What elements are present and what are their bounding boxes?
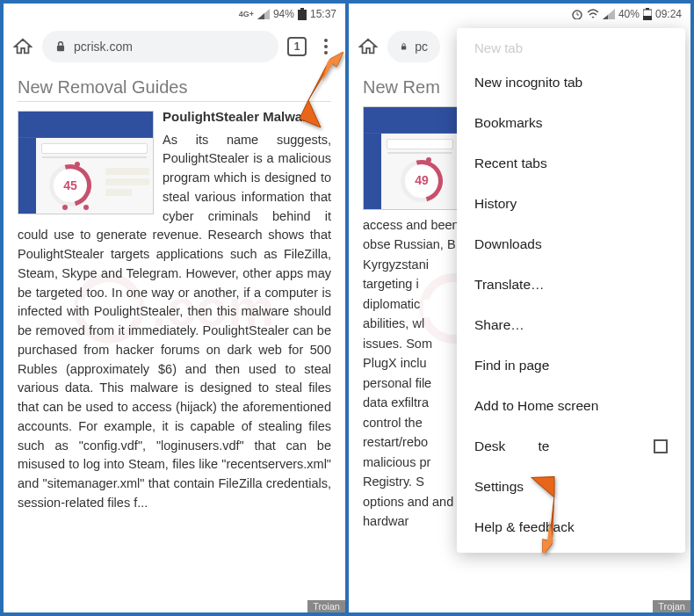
menu-item-add-to-home[interactable]: Add to Home screen: [457, 386, 685, 426]
lock-icon: [54, 40, 67, 53]
svg-rect-6: [646, 8, 649, 10]
overflow-menu: New tab New incognito tab Bookmarks Rece…: [457, 28, 685, 553]
address-bar[interactable]: pc: [387, 31, 440, 62]
desktop-site-checkbox[interactable]: [654, 439, 668, 453]
phone-right: .com 40% 09:24 pc New Rem: [349, 4, 690, 612]
menu-item-share[interactable]: Share…: [457, 305, 685, 345]
svg-rect-5: [643, 16, 652, 20]
clock: 09:24: [655, 8, 682, 20]
browser-toolbar: pcrisk.com 1: [4, 25, 345, 69]
clock: 15:37: [310, 8, 336, 20]
tabs-button[interactable]: 1: [287, 37, 307, 56]
svg-rect-1: [300, 8, 304, 10]
gauge-value: 49: [401, 160, 443, 202]
gauge-value: 45: [49, 164, 91, 207]
home-icon[interactable]: [12, 36, 33, 57]
signal-icon: [603, 9, 615, 19]
url-text: pc: [415, 40, 428, 54]
menu-item-history[interactable]: History: [457, 184, 685, 224]
svg-rect-2: [57, 46, 64, 51]
menu-item-help[interactable]: Help & feedback: [457, 507, 685, 547]
menu-item-desktop-site[interactable]: Desktop site: [457, 426, 685, 467]
battery-icon: [643, 8, 652, 20]
battery-icon: [298, 8, 307, 20]
battery-percent: 40%: [618, 8, 640, 20]
alarm-icon: [571, 9, 583, 19]
menu-item-settings[interactable]: Settings: [457, 467, 685, 507]
menu-item-new-tab-faded: New tab: [457, 33, 685, 62]
menu-item-find-in-page[interactable]: Find in page: [457, 345, 685, 386]
status-bar: 40% 09:24: [349, 4, 690, 25]
phone-left: .com 4G+ 94% 15:37 pcrisk.com 1 New Remo…: [4, 4, 345, 612]
wifi-icon: [587, 9, 599, 19]
article-thumbnail[interactable]: 45: [18, 111, 154, 214]
url-text: pcrisk.com: [74, 40, 133, 54]
category-tag: Troian: [307, 600, 345, 612]
article: 49 access and been obse Russian, B Kyrgy…: [363, 106, 459, 532]
menu-item-bookmarks[interactable]: Bookmarks: [457, 103, 685, 143]
article-thumbnail[interactable]: 49: [363, 106, 459, 210]
menu-item-translate[interactable]: Translate…: [457, 265, 685, 305]
battery-percent: 94%: [273, 8, 294, 20]
signal-icon: [257, 9, 270, 19]
menu-item-recent-tabs[interactable]: Recent tabs: [457, 143, 685, 184]
article-body: access and been obse Russian, B Kyrgyzst…: [363, 218, 459, 528]
svg-rect-0: [298, 10, 307, 20]
svg-rect-7: [401, 46, 406, 49]
address-bar[interactable]: pcrisk.com: [42, 31, 278, 62]
network-indicator: 4G+: [239, 10, 254, 18]
page-content: New Removal Guides 45 PoulightStealer Ma…: [4, 69, 345, 612]
category-tag: Trojan: [653, 600, 690, 612]
menu-button[interactable]: [315, 39, 336, 54]
status-bar: 4G+ 94% 15:37: [4, 4, 345, 25]
article: 45 PoulightStealer Malware As its name s…: [18, 107, 331, 513]
home-icon[interactable]: [358, 36, 379, 57]
lock-icon: [400, 40, 408, 53]
menu-item-downloads[interactable]: Downloads: [457, 224, 685, 265]
section-heading: New Removal Guides: [18, 77, 331, 102]
menu-item-incognito[interactable]: New incognito tab: [457, 62, 685, 103]
